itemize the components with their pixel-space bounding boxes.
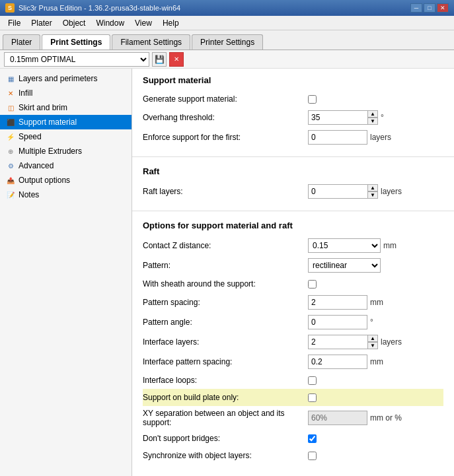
label-build-plate-only: Support on build plate only: bbox=[143, 393, 308, 402]
sidebar-item-skirt[interactable]: ◫ Skirt and brim bbox=[0, 100, 132, 115]
support-material-section: Support material Generate support materi… bbox=[132, 69, 454, 154]
unit-interface-spacing: mm bbox=[370, 357, 383, 366]
label-pattern-spacing: Pattern spacing: bbox=[143, 298, 308, 307]
speed-icon: ⚡ bbox=[5, 131, 16, 142]
menu-bar: File Plater Object Window View Help bbox=[0, 16, 454, 30]
checkbox-generate[interactable] bbox=[308, 95, 317, 104]
control-raft-layers: ▲ ▼ layers bbox=[308, 184, 402, 199]
control-sheath bbox=[308, 280, 317, 289]
raft-title: Raft bbox=[143, 166, 443, 176]
row-pattern: Pattern: rectilinear honeycomb pillars bbox=[143, 255, 443, 275]
input-pattern-spacing[interactable] bbox=[308, 295, 367, 310]
minimize-button[interactable]: ─ bbox=[410, 3, 422, 13]
sidebar: ▦ Layers and perimeters ✕ Infill ◫ Skirt… bbox=[0, 69, 132, 476]
interface-layers-spinner: ▲ ▼ bbox=[367, 335, 378, 349]
app-icon: S bbox=[5, 3, 15, 13]
sidebar-label-advanced: Advanced bbox=[19, 161, 54, 170]
overhang-down[interactable]: ▼ bbox=[367, 118, 378, 125]
main-tab-bar: Plater Print Settings Filament Settings … bbox=[0, 30, 454, 50]
overhang-up[interactable]: ▲ bbox=[367, 110, 378, 118]
menu-file[interactable]: File bbox=[3, 17, 26, 29]
checkbox-dont-support-bridges[interactable] bbox=[308, 434, 317, 443]
control-interface-loops bbox=[308, 376, 317, 385]
input-interface-spacing[interactable] bbox=[308, 355, 367, 369]
tab-filament-settings[interactable]: Filament Settings bbox=[112, 34, 190, 50]
label-synchronize: Synchronize with object layers: bbox=[143, 451, 308, 460]
row-dont-support-bridges: Don't support bridges: bbox=[143, 430, 443, 447]
sidebar-label-extruders: Multiple Extruders bbox=[19, 147, 82, 156]
input-xy-separation[interactable] bbox=[308, 411, 367, 425]
label-interface-spacing: Interface pattern spacing: bbox=[143, 357, 308, 366]
output-icon: 📤 bbox=[5, 175, 16, 186]
input-enforce[interactable] bbox=[308, 130, 367, 145]
menu-help[interactable]: Help bbox=[157, 17, 184, 29]
right-panel: Support material Generate support materi… bbox=[132, 69, 454, 476]
raft-input-group: ▲ ▼ bbox=[308, 184, 378, 199]
infill-icon: ✕ bbox=[5, 88, 16, 98]
sidebar-item-layers[interactable]: ▦ Layers and perimeters bbox=[0, 71, 132, 86]
row-interface-loops: Interface loops: bbox=[143, 372, 443, 389]
input-overhang[interactable] bbox=[308, 110, 367, 125]
interface-layers-down[interactable]: ▼ bbox=[367, 342, 378, 349]
control-overhang: ▲ ▼ ° bbox=[308, 110, 384, 125]
save-profile-button[interactable]: 💾 bbox=[152, 52, 167, 67]
sidebar-label-support: Support material bbox=[19, 118, 77, 127]
row-pattern-angle: Pattern angle: ° bbox=[143, 312, 443, 332]
window-controls[interactable]: ─ □ ✕ bbox=[410, 3, 449, 13]
skirt-icon: ◫ bbox=[5, 102, 16, 113]
sidebar-item-advanced[interactable]: ⚙ Advanced bbox=[0, 158, 132, 173]
extruders-icon: ⊕ bbox=[5, 146, 16, 156]
menu-plater[interactable]: Plater bbox=[26, 17, 57, 29]
options-section: Options for support material and raft Co… bbox=[132, 214, 454, 471]
tab-plater[interactable]: Plater bbox=[3, 34, 40, 50]
checkbox-build-plate-only[interactable] bbox=[308, 393, 317, 402]
content-area: ▦ Layers and perimeters ✕ Infill ◫ Skirt… bbox=[0, 69, 454, 476]
checkbox-synchronize[interactable] bbox=[308, 452, 317, 460]
tab-print-settings[interactable]: Print Settings bbox=[42, 34, 110, 50]
input-pattern-angle[interactable] bbox=[308, 315, 367, 329]
label-contact-z: Contact Z distance: bbox=[143, 241, 308, 250]
raft-up[interactable]: ▲ bbox=[367, 184, 378, 191]
sidebar-item-speed[interactable]: ⚡ Speed bbox=[0, 129, 132, 144]
label-interface-loops: Interface loops: bbox=[143, 376, 308, 385]
sidebar-item-support[interactable]: ⬛ Support material bbox=[0, 115, 132, 129]
menu-object[interactable]: Object bbox=[57, 17, 91, 29]
control-pattern: rectilinear honeycomb pillars bbox=[308, 258, 381, 273]
menu-view[interactable]: View bbox=[130, 17, 157, 29]
label-dont-support-bridges: Don't support bridges: bbox=[143, 434, 308, 443]
overhang-input-group: ▲ ▼ bbox=[308, 110, 378, 125]
label-enforce: Enforce support for the first: bbox=[143, 133, 308, 142]
sidebar-item-infill[interactable]: ✕ Infill bbox=[0, 86, 132, 100]
unit-interface-layers: layers bbox=[381, 337, 402, 347]
close-button[interactable]: ✕ bbox=[437, 3, 449, 13]
tab-printer-settings[interactable]: Printer Settings bbox=[192, 34, 263, 50]
label-sheath: With sheath around the support: bbox=[143, 279, 308, 289]
raft-spinner: ▲ ▼ bbox=[367, 184, 378, 199]
sidebar-item-output[interactable]: 📤 Output options bbox=[0, 173, 132, 187]
select-pattern[interactable]: rectilinear honeycomb pillars bbox=[308, 258, 381, 273]
control-dont-support-bridges bbox=[308, 434, 317, 443]
row-raft-layers: Raft layers: ▲ ▼ layers bbox=[143, 182, 443, 201]
raft-down[interactable]: ▼ bbox=[367, 191, 378, 199]
input-interface-layers[interactable] bbox=[308, 335, 367, 349]
menu-window[interactable]: Window bbox=[91, 17, 130, 29]
row-synchronize: Synchronize with object layers: bbox=[143, 447, 443, 464]
profile-selector[interactable]: 0.15mm OPTIMAL bbox=[4, 52, 149, 67]
label-raft-layers: Raft layers: bbox=[143, 187, 308, 196]
interface-layers-up[interactable]: ▲ bbox=[367, 335, 378, 342]
input-raft-layers[interactable] bbox=[308, 184, 367, 199]
row-interface-spacing: Interface pattern spacing: mm bbox=[143, 352, 443, 372]
sidebar-item-extruders[interactable]: ⊕ Multiple Extruders bbox=[0, 144, 132, 158]
sidebar-label-notes: Notes bbox=[19, 190, 39, 199]
maximize-button[interactable]: □ bbox=[424, 3, 435, 13]
checkbox-interface-loops[interactable] bbox=[308, 376, 317, 385]
label-pattern: Pattern: bbox=[143, 261, 308, 270]
select-contact-z[interactable]: 0.15 0 0.2 bbox=[308, 238, 381, 253]
sidebar-item-notes[interactable]: 📝 Notes bbox=[0, 187, 132, 202]
control-generate bbox=[308, 95, 317, 104]
control-synchronize bbox=[308, 452, 317, 460]
support-icon: ⬛ bbox=[5, 117, 16, 127]
checkbox-sheath[interactable] bbox=[308, 280, 317, 289]
label-xy-separation: XY separation between an object and its … bbox=[143, 409, 308, 427]
delete-profile-button[interactable]: ✕ bbox=[169, 52, 184, 67]
